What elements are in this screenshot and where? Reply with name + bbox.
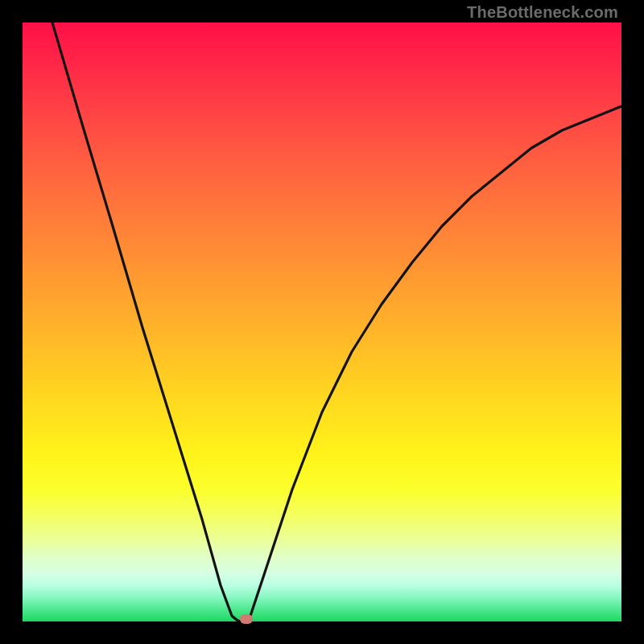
curve-path (52, 23, 621, 621)
attribution-label: TheBottleneck.com (467, 3, 618, 22)
plot-area (23, 23, 621, 621)
chart-frame: TheBottleneck.com (0, 0, 644, 644)
optimum-marker (240, 614, 253, 624)
bottleneck-curve (23, 23, 621, 621)
